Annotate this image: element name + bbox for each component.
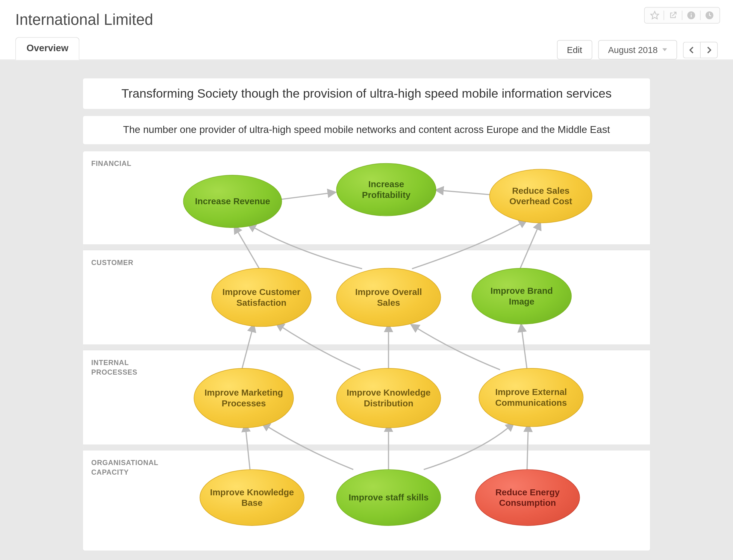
section-label-organisational: ORGANISATIONAL CAPACITY [91,459,168,477]
mission-text: Transforming Society though the provisio… [121,87,611,100]
svg-line-6 [437,190,491,195]
favorite-icon[interactable] [647,8,662,23]
vision-panel: The number one provider of ultra-high sp… [82,115,650,145]
chevron-left-icon [690,46,694,53]
edit-button-label: Edit [567,45,582,55]
toolbar-icon-bar [644,7,720,24]
node-improve-staff-skills[interactable]: Improve staff skills [336,469,441,526]
node-improve-external-communications[interactable]: Improve External Communications [479,368,584,427]
tab-label: Overview [26,43,68,53]
strategy-map: FINANCIAL CUSTOMER INTERNAL PROCESSES OR… [82,151,650,551]
page-header: International Limited Overview [0,0,733,60]
node-reduce-energy-consumption[interactable]: Reduce Energy Consumption [475,469,580,526]
node-improve-brand-image[interactable]: Improve Brand Image [472,268,572,325]
chevron-down-icon [662,48,667,51]
info-icon[interactable] [684,8,699,23]
vision-text: The number one provider of ultra-high sp… [123,124,610,135]
section-label-customer: CUSTOMER [91,258,134,268]
svg-line-5 [280,193,334,200]
svg-marker-0 [651,11,658,19]
period-label: August 2018 [608,45,658,55]
section-separator [83,344,650,350]
content-area: Transforming Society though the provisio… [0,60,733,560]
node-improve-knowledge-distribution[interactable]: Improve Knowledge Distribution [336,368,441,428]
chevron-right-icon [707,46,711,53]
page-title: International Limited [15,10,718,29]
history-icon[interactable] [702,8,717,23]
edit-button[interactable]: Edit [557,40,592,60]
period-selector[interactable]: August 2018 [598,40,677,60]
next-period-button[interactable] [700,42,718,58]
svg-rect-3 [691,13,692,14]
prev-period-button[interactable] [683,42,700,58]
node-increase-revenue[interactable]: Increase Revenue [183,175,282,228]
mission-panel: Transforming Society though the provisio… [82,78,650,110]
tab-overview[interactable]: Overview [15,37,80,60]
section-separator [83,244,650,250]
svg-rect-2 [691,15,692,17]
node-improve-customer-satisfaction[interactable]: Improve Customer Satisfaction [211,268,311,327]
section-label-internal: INTERNAL PROCESSES [91,358,168,377]
node-improve-overall-sales[interactable]: Improve Overall Sales [336,268,441,327]
node-reduce-overhead[interactable]: Reduce Sales Overhead Cost [489,169,592,223]
node-improve-knowledge-base[interactable]: Improve Knowledge Base [200,469,305,526]
export-icon[interactable] [665,8,681,23]
section-label-financial: FINANCIAL [91,160,131,169]
node-increase-profitability[interactable]: Increase Profitability [336,163,436,216]
section-separator [83,445,650,451]
node-improve-marketing-processes[interactable]: Improve Marketing Processes [194,368,294,428]
